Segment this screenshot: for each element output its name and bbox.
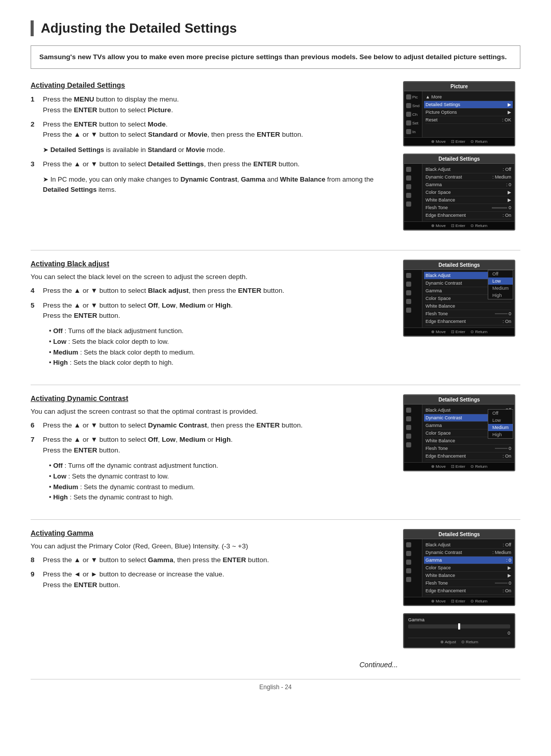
tv-sidebar-setup-2 bbox=[405, 192, 421, 199]
section-gamma: Activating Gamma You can adjust the Prim… bbox=[31, 529, 520, 648]
sound-icon-2 bbox=[406, 175, 411, 181]
bullet-list-black: Off : Turns off the black adjustment fun… bbox=[49, 326, 393, 368]
tv-menu-edge: Edge Enhancement: On bbox=[425, 212, 511, 219]
gamma-track bbox=[408, 624, 510, 628]
tv-body-4: Black Adjust: Off Dynamic Contrast: Off … bbox=[404, 405, 514, 462]
tv-sidebar-input: In bbox=[405, 128, 421, 135]
step-9: 9 Press the ◄ or ► button to decrease or… bbox=[31, 569, 393, 590]
s4-in bbox=[405, 441, 421, 448]
tv-screen-1: Picture Pic Snd Ch Set In ▲ More Detaile… bbox=[403, 81, 515, 146]
step-content-6: Press the ▲ or ▼ button to select Dynami… bbox=[43, 420, 393, 431]
tv-menu-black: Black Adjust: Off bbox=[425, 166, 511, 173]
tv-content-4: Black Adjust: Off Dynamic Contrast: Off … bbox=[422, 405, 514, 462]
ddd-low: Low bbox=[488, 417, 513, 424]
tv-body-2: Black Adjust: Off Dynamic Contrast: Medi… bbox=[404, 164, 514, 221]
step-num-9: 9 bbox=[31, 569, 39, 590]
tv-menu5-color: Color Space▶ bbox=[425, 564, 511, 572]
step-content-5: Press the ▲ or ▼ button to select Off, L… bbox=[43, 300, 393, 321]
tv-title-1: Picture bbox=[404, 82, 514, 91]
tv-screens-col-2: Detailed Settings Black Adjust Dynamic C… bbox=[403, 260, 520, 372]
tv-menu-detailed: Detailed Settings▶ bbox=[424, 101, 513, 109]
tv-menu5-black: Black Adjust: Off bbox=[425, 541, 511, 549]
channel-icon-2 bbox=[406, 184, 411, 189]
step-num-8: 8 bbox=[31, 555, 39, 565]
tv-content-1: ▲ More Detailed Settings▶ Picture Option… bbox=[422, 91, 514, 137]
s4-pic bbox=[405, 407, 421, 414]
divider-2 bbox=[31, 385, 520, 385]
tv-content-2: Black Adjust: Off Dynamic Contrast: Medi… bbox=[422, 164, 514, 221]
dynamic-dropdown: Off Low Medium High bbox=[488, 409, 513, 439]
tv-title-4: Detailed Settings bbox=[404, 395, 514, 405]
tv-menu5-white: White Balance▶ bbox=[425, 572, 511, 579]
tv-sidebar-5 bbox=[404, 539, 422, 597]
bullet-black-off: Off : Turns off the black adjustment fun… bbox=[49, 326, 393, 337]
step-list-detailed-2: 3 Press the ▲ or ▼ button to select Deta… bbox=[31, 159, 393, 169]
s3-in bbox=[405, 307, 421, 314]
tv-menu3-edge: Edge Enhancement: On bbox=[425, 318, 511, 325]
gamma-marker bbox=[458, 623, 460, 629]
divider-3 bbox=[31, 519, 520, 520]
s5-pic bbox=[405, 541, 421, 548]
dd-medium: Medium bbox=[488, 285, 513, 292]
bullet-dyn-low: Low : Sets the dynamic contrast to low. bbox=[49, 471, 393, 482]
tv-footer-3: ⊕ Move ⊡ Enter ⊙ Return bbox=[404, 327, 514, 336]
step-num-6: 6 bbox=[31, 420, 39, 431]
section-title-detailed: Activating Detailed Settings bbox=[31, 81, 393, 89]
s5-snd bbox=[405, 550, 421, 557]
tv-sidebar-input-2 bbox=[405, 200, 421, 208]
s5-ch bbox=[405, 559, 421, 566]
section-activating-detailed: Activating Detailed Settings 1 Press the… bbox=[31, 81, 520, 238]
step-8: 8 Press the ▲ or ▼ button to select Gamm… bbox=[31, 555, 393, 565]
s3-pic bbox=[405, 272, 421, 279]
bullet-black-high: High : Sets the black color depth to hig… bbox=[49, 358, 393, 368]
tv-menu3-flesh: Flesh Tone0 bbox=[425, 310, 511, 318]
page-footer: English - 24 bbox=[31, 679, 520, 691]
tv-screen-4: Detailed Settings Black Adjust: Off Dyna… bbox=[403, 394, 515, 471]
step-num-1: 1 bbox=[31, 94, 39, 115]
s5-set bbox=[405, 567, 421, 574]
tv-content-5: Black Adjust: Off Dynamic Contrast: Medi… bbox=[422, 539, 514, 597]
tv-screen-2: Detailed Settings Black Adjust: Off Dyna… bbox=[403, 154, 515, 231]
step-1: 1 Press the MENU button to display the m… bbox=[31, 94, 393, 115]
tv-menu5-dynamic: Dynamic Contrast: Medium bbox=[425, 549, 511, 557]
section-title-black: Activating Black adjust bbox=[31, 260, 393, 268]
step-num-7: 7 bbox=[31, 435, 39, 456]
section-left-black: Activating Black adjust You can select t… bbox=[31, 260, 393, 372]
tv-footer-1: ⊕ Move ⊡ Enter ⊙ Return bbox=[404, 137, 514, 145]
tv-screen-3: Detailed Settings Black Adjust Dynamic C… bbox=[403, 260, 515, 337]
bullet-black-low: Low : Sets the black color depth to low. bbox=[49, 337, 393, 347]
tv-menu5-edge: Edge Enhancement: On bbox=[425, 587, 511, 595]
ddd-off: Off bbox=[488, 410, 513, 417]
tv-screen-5: Detailed Settings Black Adjust: Off Dyna… bbox=[403, 529, 515, 606]
s4-set bbox=[405, 433, 421, 440]
step-content-1: Press the MENU button to display the men… bbox=[43, 94, 393, 115]
section-dynamic-contrast: Activating Dynamic Contrast You can adju… bbox=[31, 394, 520, 507]
tv-screens-col-4: Detailed Settings Black Adjust: Off Dyna… bbox=[403, 529, 520, 648]
tv-sidebar-2 bbox=[404, 164, 422, 221]
step-content-7: Press the ▲ or ▼ button to select Off, L… bbox=[43, 435, 393, 456]
bullet-dyn-high: High : Sets the dynamic contrast to high… bbox=[49, 492, 393, 503]
page-title: Adjusting the Detailed Settings bbox=[31, 20, 520, 36]
step-list-gamma: 8 Press the ▲ or ▼ button to select Gamm… bbox=[31, 555, 393, 590]
tv-content-3: Black Adjust Dynamic Contrast Gamma Colo… bbox=[422, 270, 514, 327]
tv-menu-dynamic: Dynamic Contrast: Medium bbox=[425, 173, 511, 181]
tv-menu5-flesh: Flesh Tone0 bbox=[425, 579, 511, 587]
bullet-dyn-medium: Medium : Sets the dynamic contrast to me… bbox=[49, 482, 393, 493]
step-list-detailed: 1 Press the MENU button to display the m… bbox=[31, 94, 393, 140]
s3-ch bbox=[405, 289, 421, 296]
intro-box: Samsung's new TVs allow you to make even… bbox=[31, 45, 520, 69]
input-icon bbox=[406, 129, 411, 134]
gamma-box-label: Gamma bbox=[408, 617, 510, 622]
step-content-4: Press the ▲ or ▼ button to select Black … bbox=[43, 286, 393, 296]
tv-body-1: Pic Snd Ch Set In ▲ More Detailed Settin… bbox=[404, 91, 514, 137]
step-num-5: 5 bbox=[31, 300, 39, 321]
tv-screens-col-1: Picture Pic Snd Ch Set In ▲ More Detaile… bbox=[403, 81, 520, 238]
step-5: 5 Press the ▲ or ▼ button to select Off,… bbox=[31, 300, 393, 321]
bullet-list-dynamic: Off : Turns off the dynamic contrast adj… bbox=[49, 461, 393, 503]
step-content-2: Press the ENTER button to select Mode.Pr… bbox=[43, 119, 393, 140]
tv-sidebar-sound: Snd bbox=[405, 102, 421, 109]
dd-low: Low bbox=[488, 278, 513, 285]
tv-menu3-white: White Balance bbox=[425, 303, 511, 310]
picture-icon-2 bbox=[406, 167, 411, 172]
tv-sidebar-channel-2 bbox=[405, 183, 421, 190]
